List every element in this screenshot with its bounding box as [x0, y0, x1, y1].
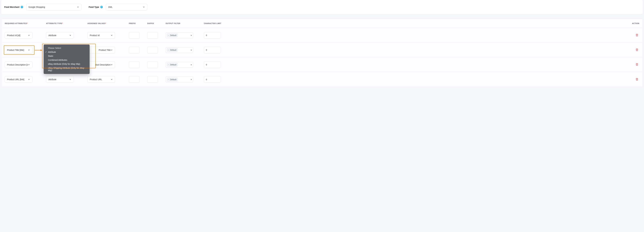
tag-remove-icon[interactable]: × — [168, 64, 170, 66]
select-value: Product Id — [90, 34, 110, 36]
output-filter-select[interactable]: ×Default ▾ — [166, 62, 193, 67]
select-value: Product Title [title] — [7, 49, 28, 51]
th-attr-type: ATTRIBUTE TYPE* — [46, 22, 88, 24]
caret-down-icon: ▾ — [191, 78, 192, 81]
char-limit-input[interactable] — [204, 32, 221, 39]
assigned-value-select[interactable]: Product URL — [88, 76, 115, 83]
chevron-down-icon — [28, 34, 30, 36]
suffix-input[interactable] — [147, 61, 158, 68]
suffix-input[interactable] — [147, 76, 158, 83]
table-row: Product Description [des Attribute duct … — [2, 57, 642, 72]
feed-type-select[interactable]: XML — [106, 4, 147, 10]
table-row: Product URL [link] Attribute Product URL… — [2, 72, 642, 87]
select-value: Product Id [id] — [7, 34, 28, 36]
feed-merchant-select[interactable]: Google Shopping — [26, 4, 81, 10]
output-filter-select[interactable]: ×Default ▾ — [166, 77, 193, 82]
label-text: Feed Merchant — [4, 6, 20, 8]
th-required: REQUIRED ATTRIBUTES* — [5, 22, 46, 24]
th-assigned: ASSIGNED VALUES* — [88, 22, 129, 24]
prefix-input[interactable] — [129, 47, 140, 53]
th-char-limit: CHARACTER LIMIT — [204, 22, 234, 24]
help-icon[interactable]: ? — [100, 6, 103, 8]
delete-button[interactable] — [636, 48, 638, 51]
dropdown-option[interactable]: eBay Attribute (Only for ebay Mip) — [44, 62, 90, 66]
assigned-value-select[interactable]: duct Description — [88, 61, 115, 68]
caret-down-icon: ▾ — [191, 34, 192, 36]
feed-type-group: Feed Type ? XML — [89, 4, 147, 10]
select-value: Product Title — [90, 49, 110, 51]
prefix-input[interactable] — [129, 76, 140, 83]
char-limit-input[interactable] — [204, 76, 221, 83]
dropdown-option[interactable]: Attribute — [44, 50, 90, 54]
tag-remove-icon[interactable]: × — [168, 78, 170, 80]
select-value: duct Description — [90, 63, 110, 66]
assigned-value-select[interactable]: Product Id — [88, 32, 115, 39]
chevron-down-icon — [69, 78, 72, 80]
table-row: Product Title [title] Attribute Product … — [2, 43, 642, 57]
tag-remove-icon[interactable]: × — [168, 49, 170, 51]
filter-tag: ×Default — [167, 34, 178, 37]
dropdown-option[interactable]: Combined Attributes — [44, 58, 90, 62]
prefix-input[interactable] — [129, 61, 140, 68]
caret-down-icon: ▾ — [191, 63, 192, 66]
required-attr-select[interactable]: Product Id [id] — [5, 32, 32, 39]
delete-button[interactable] — [636, 78, 638, 81]
feed-config-panel: Feed Merchant ? Google Shopping Feed Typ… — [1, 0, 643, 14]
chevron-down-icon — [77, 6, 79, 8]
label-text: Feed Type — [89, 6, 99, 8]
output-filter-select[interactable]: ×Default ▾ — [166, 33, 193, 38]
output-filter-select[interactable]: ×Default ▾ — [166, 47, 193, 53]
feed-type-label: Feed Type ? — [89, 6, 103, 8]
select-value: XML — [108, 6, 143, 8]
th-suffix: SUFFIX — [147, 22, 166, 24]
chevron-down-icon — [110, 78, 113, 80]
chevron-down-icon — [69, 34, 72, 36]
filter-tag: ×Default — [167, 63, 178, 66]
required-attr-select[interactable]: Product Description [des — [5, 61, 32, 68]
select-value: Attribute — [48, 34, 69, 36]
dropdown-header: Please Select — [44, 46, 90, 50]
char-limit-input[interactable] — [204, 47, 221, 53]
suffix-input[interactable] — [147, 47, 158, 53]
select-value: Product URL [link] — [7, 78, 28, 81]
prefix-input[interactable] — [129, 32, 140, 39]
chevron-down-icon — [28, 49, 30, 51]
feed-merchant-group: Feed Merchant ? Google Shopping — [4, 4, 81, 10]
select-value: Google Shopping — [28, 6, 77, 8]
select-value: Product Description [des — [7, 63, 28, 66]
chevron-down-icon — [28, 64, 30, 66]
chevron-down-icon — [110, 34, 113, 36]
required-attr-select[interactable]: Product Title [title] — [5, 47, 32, 53]
th-output-filter: OUTPUT FILTER — [166, 22, 204, 24]
suffix-input[interactable] — [147, 32, 158, 39]
filter-tag: ×Default — [167, 78, 178, 81]
th-prefix: PREFIX — [129, 22, 147, 24]
attr-type-select[interactable]: Attribute — [46, 32, 74, 39]
help-icon[interactable]: ? — [21, 6, 23, 8]
table-header: REQUIRED ATTRIBUTES* ATTRIBUTE TYPE* ASS… — [2, 19, 642, 28]
select-value: Attribute — [48, 78, 69, 81]
delete-button[interactable] — [636, 63, 638, 66]
select-value: Product URL — [90, 78, 110, 81]
char-limit-input[interactable] — [204, 61, 221, 68]
chevron-down-icon — [110, 64, 113, 66]
chevron-down-icon — [110, 49, 113, 51]
attr-type-select[interactable]: Attribute — [46, 76, 74, 83]
filter-tag: ×Default — [167, 48, 178, 52]
attributes-table: REQUIRED ATTRIBUTES* ATTRIBUTE TYPE* ASS… — [1, 19, 643, 87]
tag-remove-icon[interactable]: × — [168, 34, 170, 36]
attr-type-dropdown: Please Select Attribute Static Combined … — [44, 44, 90, 74]
dropdown-option[interactable]: Static — [44, 54, 90, 58]
assigned-value-select[interactable]: Product Title — [88, 47, 115, 53]
th-action: ACTION — [234, 22, 639, 24]
delete-button[interactable] — [636, 33, 638, 36]
dropdown-option[interactable]: eBay Shipping Attribute (Only for ebay M… — [44, 66, 90, 72]
chevron-down-icon — [143, 6, 145, 8]
feed-merchant-label: Feed Merchant ? — [4, 6, 23, 8]
required-attr-select[interactable]: Product URL [link] — [5, 76, 32, 83]
caret-down-icon: ▾ — [191, 49, 192, 51]
chevron-down-icon — [28, 78, 30, 80]
table-row: Product Id [id] Attribute Product Id ×De… — [2, 28, 642, 43]
